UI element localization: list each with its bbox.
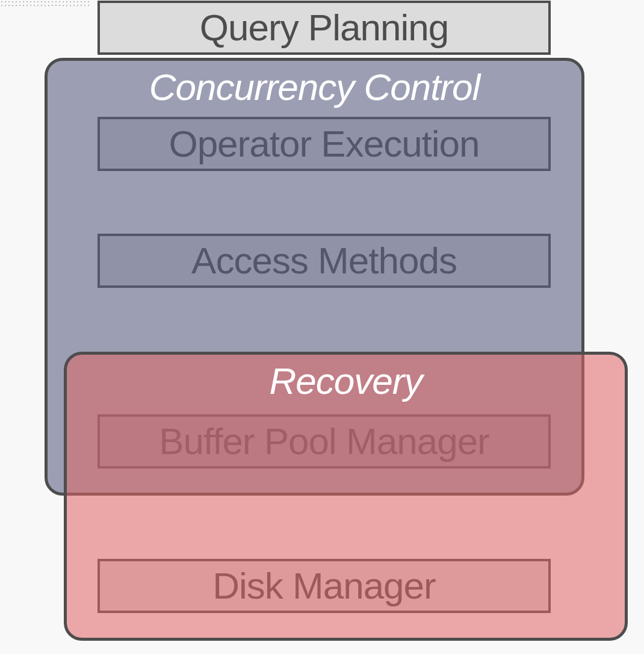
layer-query-planning: Query Planning: [98, 1, 551, 55]
diagram-stage: Query Planning Operator Execution Access…: [0, 0, 644, 654]
panel-recovery-label: Recovery: [270, 360, 423, 402]
panel-concurrency-control-label: Concurrency Control: [149, 66, 480, 108]
panel-recovery: Recovery: [64, 352, 628, 641]
